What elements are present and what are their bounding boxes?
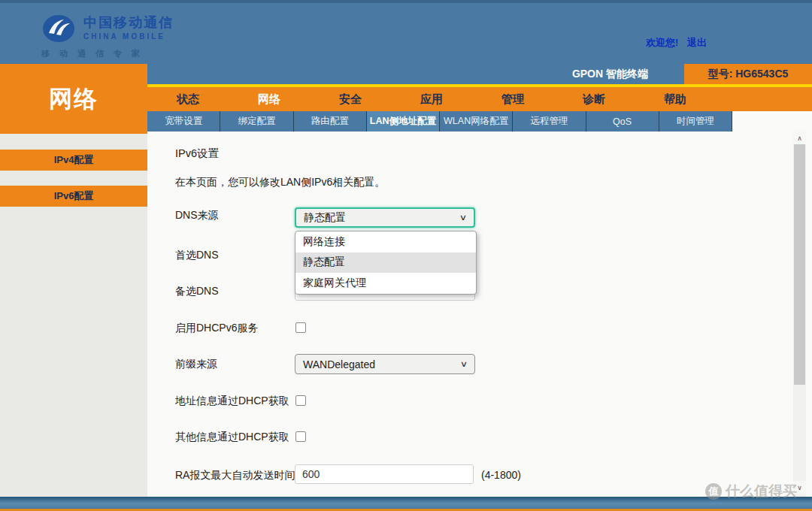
smzdm-watermark: 值 什么值得买 — [705, 482, 797, 501]
dropdown-option-gateway-proxy[interactable]: 家庭网关代理 — [295, 273, 476, 294]
subtab-lan-address[interactable]: LAN侧地址配置 — [367, 111, 440, 132]
ra-interval-input[interactable] — [295, 464, 474, 484]
subtab-routing[interactable]: 路由配置 — [294, 111, 367, 132]
tab-security[interactable]: 安全 — [310, 87, 391, 111]
sub-nav: 宽带设置 绑定配置 路由配置 LAN侧地址配置 WLAN网络配置 远程管理 Qo… — [147, 111, 732, 132]
dns-source-value: 静态配置 — [304, 211, 346, 225]
other-via-dhcp-checkbox[interactable] — [295, 431, 306, 442]
top-header: 中国移动通信 CHINA MOBILE 移动通信专家 欢迎您! 退出 — [0, 0, 812, 64]
smzdm-badge-icon: 值 — [705, 483, 722, 500]
tab-network[interactable]: 网络 — [229, 87, 310, 111]
sidebar-item-ipv6[interactable]: IPv6配置 — [0, 186, 147, 207]
china-mobile-logo — [41, 14, 76, 45]
sidebar-item-ipv4[interactable]: IPv4配置 — [0, 150, 147, 171]
china-mobile-brand: 中国移动通信 CHINA MOBILE — [41, 14, 174, 45]
sidebar: 网络 IPv4配置 IPv6配置 — [0, 64, 147, 497]
product-name-bar: GPON 智能终端 — [147, 64, 684, 84]
ra-interval-range-hint: (4-1800) — [481, 469, 521, 481]
subtab-qos[interactable]: QoS — [586, 111, 659, 132]
vertical-scrollbar[interactable]: ∧ ∨ — [793, 132, 806, 497]
brand-name-en: CHINA MOBILE — [83, 32, 174, 41]
prefix-source-value: WANDelegated — [303, 358, 375, 370]
main-content: IPv6设置 在本页面，您可以修改LAN侧IPv6相关配置。 DNS来源 静态配… — [147, 132, 812, 497]
dropdown-option-network-connection[interactable]: 网络连接 — [295, 231, 476, 252]
logout-link[interactable]: 退出 — [687, 37, 707, 48]
model-text: 型号: HG6543C5 — [708, 68, 789, 81]
brand-slogan: 移动通信专家 — [41, 48, 150, 59]
ra-interval-label: RA报文最大自动发送时间 — [175, 469, 295, 482]
dropdown-option-static-config[interactable]: 静态配置 — [295, 252, 476, 274]
chevron-down-icon: ∨ — [460, 359, 468, 369]
scroll-up-icon[interactable]: ∧ — [793, 132, 806, 144]
enable-dhcpv6-label: 启用DHCPv6服务 — [175, 322, 258, 335]
tab-status[interactable]: 状态 — [147, 87, 229, 111]
enable-dhcpv6-checkbox[interactable] — [295, 322, 306, 333]
addr-via-dhcp-checkbox[interactable] — [295, 395, 306, 406]
preferred-dns-label: 首选DNS — [175, 249, 219, 262]
subtab-time-mgmt[interactable]: 时间管理 — [659, 111, 732, 132]
scrollbar-thumb[interactable] — [794, 144, 805, 385]
product-name: GPON 智能终端 — [572, 68, 648, 81]
prefix-source-select[interactable]: WANDelegated ∨ — [295, 354, 475, 374]
welcome-text: 欢迎您! — [646, 37, 678, 48]
tab-application[interactable]: 应用 — [391, 87, 472, 111]
dns-source-dropdown: 网络连接 静态配置 家庭网关代理 — [295, 231, 477, 295]
bottom-bar — [0, 497, 812, 509]
sidebar-title: 网络 — [0, 64, 147, 134]
smzdm-watermark-text: 什么值得买 — [726, 482, 797, 501]
dns-source-label: DNS来源 — [175, 209, 219, 222]
page-title: IPv6设置 — [175, 147, 219, 161]
other-via-dhcp-label: 其他信息通过DHCP获取 — [175, 431, 289, 444]
addr-via-dhcp-label: 地址信息通过DHCP获取 — [175, 395, 289, 408]
subtab-binding[interactable]: 绑定配置 — [220, 111, 293, 132]
alternate-dns-label: 备选DNS — [175, 285, 219, 298]
subtab-broadband[interactable]: 宽带设置 — [147, 111, 220, 132]
main-nav: 状态 网络 安全 应用 管理 诊断 帮助 — [147, 87, 812, 111]
model-badge: 型号: HG6543C5 — [684, 64, 812, 84]
tab-help[interactable]: 帮助 — [635, 87, 716, 111]
tab-management[interactable]: 管理 — [472, 87, 553, 111]
prefix-source-label: 前缀来源 — [175, 358, 217, 371]
subtab-wlan[interactable]: WLAN网络配置 — [440, 111, 513, 132]
dns-source-select[interactable]: 静态配置 ∨ — [295, 207, 475, 228]
subtab-remote-mgmt[interactable]: 远程管理 — [513, 111, 586, 132]
chevron-down-icon: ∨ — [459, 213, 467, 222]
tab-diagnostics[interactable]: 诊断 — [553, 87, 635, 111]
page-description: 在本页面，您可以修改LAN侧IPv6相关配置。 — [175, 176, 385, 189]
brand-name-cn: 中国移动通信 — [83, 14, 174, 32]
